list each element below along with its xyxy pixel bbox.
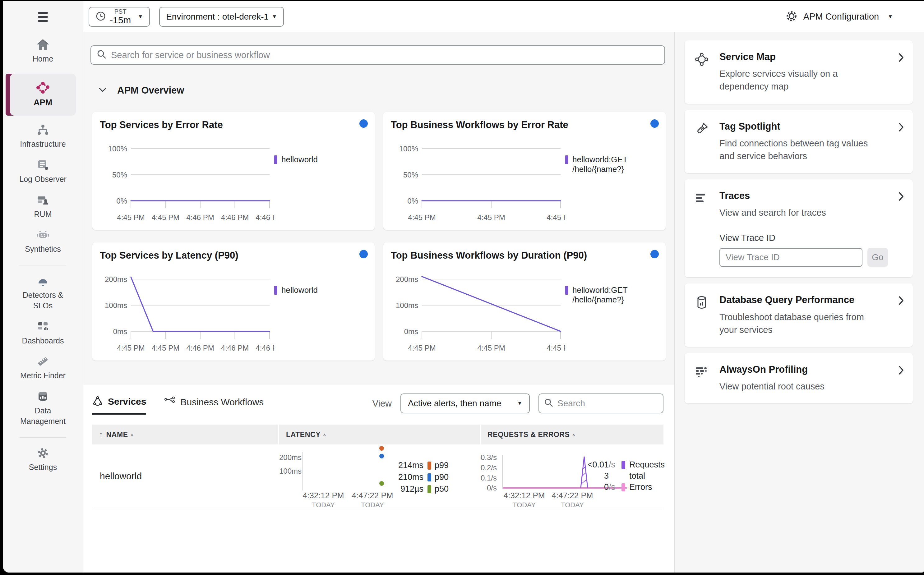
apm-configuration-menu[interactable]: APM Configuration ▼: [785, 10, 893, 24]
table-header: ↑ NAME ▵ LATENCY ▵ REQUESTS & ERRORS ▵: [92, 424, 663, 445]
overview-charts-grid: Top Services by Error Rate 100%50%0%4:45…: [92, 112, 674, 361]
tab-services[interactable]: Services: [92, 396, 146, 415]
chevron-right-icon: [899, 365, 904, 393]
sidebar-item-dashboards[interactable]: Dashboards: [10, 321, 76, 346]
chart-time-end: 4:47:22 PM TODAY: [352, 491, 393, 509]
column-header-requests-errors[interactable]: REQUESTS & ERRORS ▵: [481, 424, 663, 445]
latency-cell[interactable]: 200ms 100ms 4:32:12 PM TODAY 4:47: [279, 445, 480, 508]
chart-time-start: 4:32:12 PM TODAY: [504, 491, 545, 509]
alert-status-dot[interactable]: [650, 119, 659, 128]
apm-overview-collapse[interactable]: APM Overview: [99, 84, 674, 97]
sidebar-divider: [19, 437, 66, 438]
alert-status-dot[interactable]: [359, 119, 368, 128]
service-name-link[interactable]: helloworld: [92, 445, 278, 508]
svg-text:50%: 50%: [403, 171, 418, 179]
line-chart[interactable]: 100%50%0%4:45 PM4:45 PM4:46 PM4:46 PM4:4…: [100, 132, 274, 226]
sidebar-item-apm[interactable]: APM: [10, 74, 76, 116]
sidebar-item-metric-finder[interactable]: Metric Finder: [10, 355, 76, 381]
apm-icon: [36, 82, 50, 94]
chevron-right-icon: [899, 53, 904, 93]
sidebar-divider: [19, 265, 66, 265]
service-map-card[interactable]: Service Map Explore services visually on…: [685, 40, 913, 104]
home-icon: [36, 38, 50, 51]
sidebar-item-detectors-slos[interactable]: Detectors & SLOs: [10, 275, 76, 311]
mini-y-axis: [302, 452, 303, 491]
sort-caret-icon: ▵: [131, 432, 134, 437]
services-panel: Services Business Workflows View Active …: [83, 385, 674, 572]
line-chart[interactable]: 200ms100ms0ms4:45 PM4:45 PM4:46 PM4:46 P…: [100, 263, 274, 356]
column-header-name[interactable]: ↑ NAME ▵: [92, 424, 278, 445]
svg-text:4:45 PM: 4:45 PM: [408, 213, 436, 222]
gear-icon: [785, 10, 798, 24]
chart-title: Top Business Workflows by Error Rate: [391, 119, 659, 130]
line-chart[interactable]: 100%50%0%4:45 PM4:45 PM4:45 PM: [391, 132, 565, 226]
p50-dot: [379, 481, 384, 486]
sidebar-item-settings[interactable]: Settings: [10, 447, 76, 473]
flame-graph-icon: [694, 364, 709, 379]
right-panel: Service Map Explore services visually on…: [674, 32, 924, 572]
svg-text:4:46 PM: 4:46 PM: [221, 344, 249, 352]
hamburger-icon: [38, 12, 48, 22]
traces-card[interactable]: Traces View and search for traces View T…: [685, 179, 913, 277]
view-label: View: [372, 399, 392, 409]
traces-icon: [694, 191, 709, 205]
tag-spotlight-card[interactable]: Tag Spotlight Find connections between t…: [685, 110, 913, 173]
table-row: helloworld 200ms 100ms 4:32:12 PM: [92, 445, 663, 508]
trace-id-label: View Trace ID: [719, 233, 892, 243]
tab-business-workflows[interactable]: Business Workflows: [164, 396, 264, 414]
trace-go-button[interactable]: Go: [867, 248, 888, 267]
svg-text:4:45 PM: 4:45 PM: [117, 213, 145, 222]
column-header-latency[interactable]: LATENCY ▵: [279, 424, 480, 445]
svg-text:4:45 PM: 4:45 PM: [477, 344, 505, 352]
service-search-input[interactable]: [111, 50, 659, 60]
synthetics-icon: [36, 229, 50, 241]
environment-selector[interactable]: Environment : otel-derek-1 ▼: [159, 7, 284, 27]
database-icon: [694, 295, 709, 310]
app-window: Home APM Infrastructure: [3, 1, 924, 573]
chart-legend: helloworld:GET /hello/{name?}: [565, 132, 659, 226]
svg-text:4:46 PM: 4:46 PM: [186, 213, 214, 222]
sort-caret-icon: ▵: [573, 432, 575, 437]
alert-status-dot[interactable]: [650, 250, 659, 258]
chevron-down-icon: [99, 87, 107, 94]
view-sort-dropdown[interactable]: Active alerts, then name ▼: [401, 394, 530, 413]
sidebar-item-log-observer[interactable]: Log Observer: [10, 159, 76, 184]
caret-down-icon: ▼: [272, 14, 277, 20]
sidebar: Home APM Infrastructure: [3, 1, 83, 572]
sidebar-item-home[interactable]: Home: [10, 38, 76, 64]
latency-percentile-values: 214ms p99 210ms p90 91: [398, 461, 452, 494]
sidebar-item-rum[interactable]: RUM: [10, 194, 76, 220]
database-query-performance-card[interactable]: Database Query Performance Troubleshoot …: [685, 283, 913, 347]
svg-text:0%: 0%: [407, 197, 418, 205]
sidebar-item-data-management[interactable]: Data Management: [10, 391, 76, 427]
bell-icon: [36, 275, 50, 287]
workflow-icon: [164, 396, 175, 408]
chevron-right-icon: [899, 192, 904, 267]
svg-text:4:45 PM: 4:45 PM: [547, 213, 565, 222]
svg-text:50%: 50%: [112, 171, 127, 179]
hamburger-menu-button[interactable]: [3, 1, 83, 32]
trace-id-input[interactable]: [719, 248, 862, 267]
svg-text:100%: 100%: [399, 145, 418, 153]
top-header: PST -15m ▼ Environment : otel-derek-1 ▼ …: [83, 1, 924, 32]
legend-swatch: [274, 156, 277, 164]
sidebar-item-infrastructure[interactable]: Infrastructure: [10, 124, 76, 149]
p99-dot: [379, 446, 384, 451]
line-chart[interactable]: 200ms100ms0ms4:45 PM4:45 PM4:45 PM: [391, 263, 565, 356]
table-search-input[interactable]: [557, 399, 670, 408]
time-range-picker[interactable]: PST -15m ▼: [89, 7, 150, 27]
requests-errors-values: <0.01 /s Requests 3 total: [574, 460, 662, 492]
chart-title: Top Services by Error Rate: [100, 119, 368, 130]
infrastructure-icon: [36, 124, 50, 136]
alwayson-profiling-card[interactable]: AlwaysOn Profiling View potential root c…: [685, 353, 913, 403]
alert-status-dot[interactable]: [359, 250, 368, 258]
requests-errors-cell[interactable]: 0.3/s 0.2/s 0.1/s 0/s 4:32:12 PM: [481, 445, 663, 508]
sidebar-item-synthetics[interactable]: Synthetics: [10, 229, 76, 254]
mini-y-axis: [503, 455, 503, 489]
chart-legend: helloworld: [274, 132, 318, 226]
svg-text:4:46 PM: 4:46 PM: [186, 344, 214, 352]
p90-swatch: [428, 473, 431, 481]
svg-text:0%: 0%: [116, 197, 127, 205]
rum-icon: [36, 194, 50, 206]
section-title: APM Overview: [117, 85, 184, 96]
